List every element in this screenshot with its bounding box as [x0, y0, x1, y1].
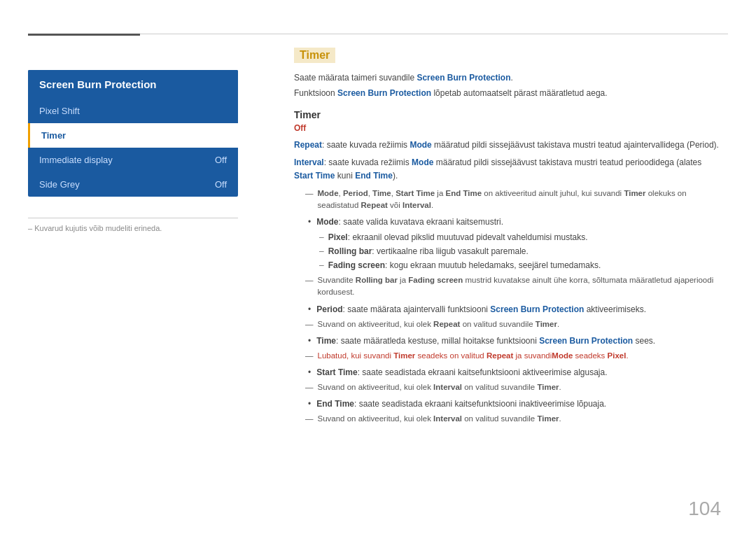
- menu-item-immediate-display[interactable]: Immediate display Off: [28, 148, 238, 172]
- section-title: Timer: [294, 48, 335, 63]
- menu-item-side-grey[interactable]: Side Grey Off: [28, 172, 238, 197]
- bullet-start-time: Start Time: saate seadistada ekraani kai…: [308, 366, 721, 379]
- intro-line-1: Saate määrata taimeri suvandile Screen B…: [294, 71, 721, 84]
- menu-item-label: Side Grey: [39, 179, 80, 190]
- bullet-end-time: End Time: saate seadistada ekraani kaits…: [308, 398, 721, 410]
- note-rolling-fading: Suvandite Rolling bar ja Fading screen m…: [305, 274, 721, 299]
- note-time: Lubatud, kui suvandi Timer seadeks on va…: [305, 350, 721, 362]
- bullet-time: Time: saate määratleda kestuse, millal h…: [308, 335, 721, 347]
- top-border-accent: [28, 34, 140, 36]
- sub-bullet-fading: Fading screen: kogu ekraan muutub heleda…: [319, 259, 721, 272]
- bullet-period: Period: saate määrata ajaintervalli funk…: [308, 303, 721, 316]
- para-repeat: Repeat: saate kuvada režiimis Mode määra…: [294, 139, 721, 152]
- menu-item-timer[interactable]: Timer: [28, 123, 238, 148]
- footnote: – Kuvarud kujutis võib mudeliti erineda.: [28, 218, 238, 232]
- page-number: 104: [688, 498, 721, 520]
- status-off: Off: [294, 123, 721, 133]
- intro-highlight-1: Screen Burn Protection: [416, 73, 510, 83]
- sub-title-timer: Timer: [294, 109, 721, 120]
- menu-item-label: Immediate display: [39, 155, 113, 165]
- note-start-time: Suvand on aktiveeritud, kui olek Interva…: [305, 381, 721, 393]
- right-content: Timer Saate määrata taimeri suvandile Sc…: [294, 48, 721, 492]
- menu-title: Screen Burn Protection: [28, 70, 238, 99]
- left-panel: Screen Burn Protection Pixel Shift Timer…: [28, 70, 238, 232]
- intro-line-2: Funktsioon Screen Burn Protection lõpeta…: [294, 87, 721, 99]
- sub-bullet-pixel: Pixel: ekraanil olevad pikslid muutuvad …: [319, 231, 721, 244]
- menu-item-label: Pixel Shift: [39, 106, 80, 116]
- menu-item-value: Off: [215, 155, 227, 165]
- note-end-time: Suvand on aktiveeritud, kui olek Interva…: [305, 413, 721, 425]
- intro-highlight-2: Screen Burn Protection: [337, 88, 431, 98]
- menu-item-label: Timer: [41, 130, 66, 141]
- para-interval: Interval: saate kuvada režiimis Mode mää…: [294, 156, 721, 183]
- menu-item-pixel-shift[interactable]: Pixel Shift: [28, 99, 238, 123]
- menu-box: Screen Burn Protection Pixel Shift Timer…: [28, 70, 238, 197]
- note-mode-period: Mode, Period, Time, Start Time ja End Ti…: [305, 188, 721, 212]
- bullet-mode: Mode: saate valida kuvatava ekraani kait…: [308, 216, 721, 228]
- note-period: Suvand on aktiveeritud, kui olek Repeat …: [305, 318, 721, 330]
- menu-item-value: Off: [215, 179, 227, 190]
- sub-bullet-rolling: Rolling bar: vertikaalne riba liigub vas…: [319, 245, 721, 258]
